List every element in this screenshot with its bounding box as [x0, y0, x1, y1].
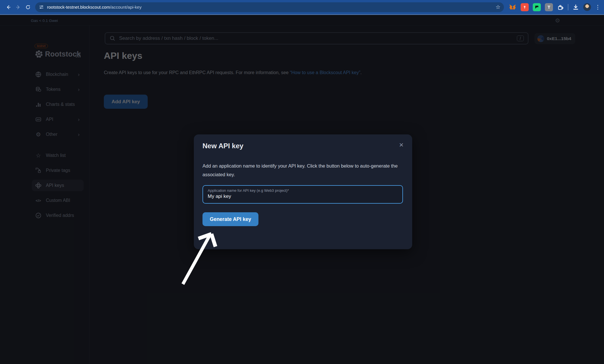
- application-name-label: Application name for API key (e.g Web3 p…: [208, 188, 398, 193]
- generate-api-key-button[interactable]: Generate API key: [202, 212, 258, 226]
- extensions-puzzle-icon[interactable]: [557, 4, 564, 11]
- green-extension-icon[interactable]: [533, 3, 541, 11]
- toolbar-separator: [568, 4, 568, 10]
- new-api-key-modal: New API key × Add an application name to…: [194, 134, 412, 249]
- browser-profile-avatar[interactable]: [583, 3, 591, 11]
- url-path: /account/api-key: [110, 5, 141, 10]
- puzzle-icon: [557, 4, 564, 11]
- forward-button[interactable]: [13, 2, 23, 12]
- forward-arrow-icon: [15, 4, 21, 10]
- back-arrow-icon: [5, 4, 11, 10]
- flag-icon: [534, 5, 539, 10]
- url-host: rootstock-testnet.blockscout.com: [47, 5, 110, 10]
- bookmark-star-icon[interactable]: ☆: [496, 4, 500, 10]
- pin-extension-icon[interactable]: [521, 3, 529, 11]
- modal-title: New API key: [202, 142, 243, 150]
- browser-chrome: rootstock-testnet.blockscout.com/account…: [0, 0, 604, 15]
- download-icon: [572, 4, 579, 11]
- refresh-button[interactable]: [23, 2, 33, 12]
- t-extension-icon[interactable]: T: [545, 3, 553, 11]
- browser-menu-icon[interactable]: ⋮: [595, 4, 601, 10]
- modal-close-button[interactable]: ×: [399, 142, 404, 148]
- t-extension-label: T: [547, 5, 550, 10]
- modal-description: Add an application name to identify your…: [202, 162, 404, 179]
- modal-header: New API key ×: [202, 142, 404, 150]
- url-text: rootstock-testnet.blockscout.com/account…: [47, 5, 142, 10]
- application-name-field[interactable]: Application name for API key (e.g Web3 p…: [202, 185, 403, 204]
- refresh-icon: [25, 4, 31, 10]
- url-bar[interactable]: rootstock-testnet.blockscout.com/account…: [35, 2, 504, 12]
- back-button[interactable]: [3, 2, 13, 12]
- site-info-icon[interactable]: [39, 4, 44, 10]
- extensions-row: T ⋮: [507, 3, 601, 11]
- fox-icon: [509, 3, 516, 11]
- application-name-input[interactable]: [208, 194, 398, 199]
- pin-icon: [522, 5, 527, 10]
- downloads-button[interactable]: [572, 4, 579, 11]
- metamask-extension-icon[interactable]: [509, 3, 517, 11]
- screen: rootstock-testnet.blockscout.com/account…: [0, 0, 604, 364]
